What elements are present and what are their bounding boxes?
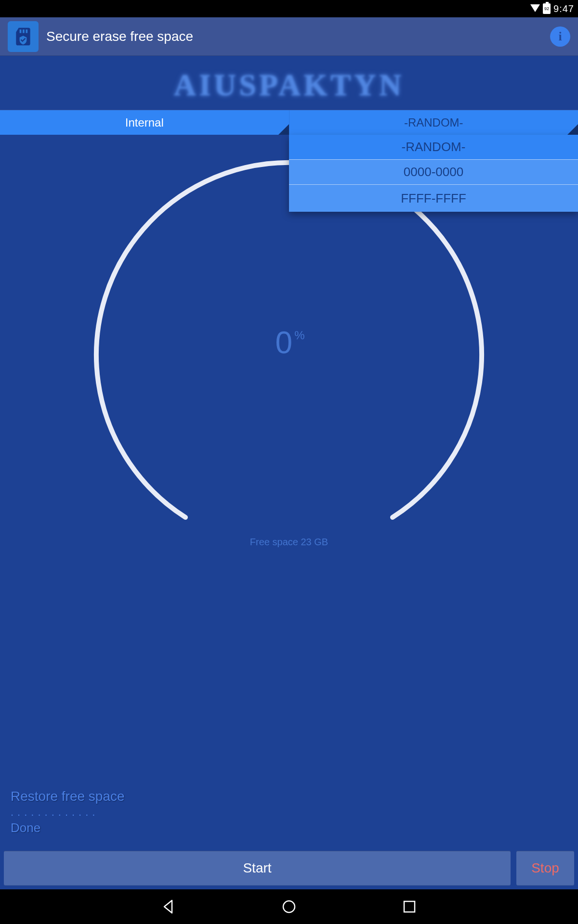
svg-point-3 [283,901,295,912]
home-button[interactable] [279,897,299,916]
storage-spinner[interactable]: Internal [0,110,289,135]
home-icon [281,898,297,915]
recent-icon [402,899,417,914]
wifi-icon [530,4,540,12]
svg-rect-4 [404,901,415,912]
storage-spinner-label: Internal [125,116,164,129]
pattern-spinner-label: -RANDOM- [404,116,463,129]
app-title: Secure erase free space [46,29,542,44]
button-row: Start Stop [4,851,574,886]
battery-level: 92 [544,4,550,13]
pattern-dropdown: -RANDOM- 0000-0000 FFFF-FFFF [289,135,578,212]
pattern-option-ffff[interactable]: FFFF-FFFF [289,185,578,212]
main-content: AIUSPAKTYN Internal -RANDOM- -RANDOM- 00… [0,56,578,889]
start-button[interactable]: Start [4,851,511,886]
info-button[interactable]: i [550,26,570,47]
free-space-label: Free space 23 GB [250,537,328,548]
svg-rect-1 [23,29,25,33]
progress-value: 0 [276,325,293,360]
battery-icon: 92 [543,3,551,14]
pattern-option-zeros[interactable]: 0000-0000 [289,160,578,185]
app-icon [8,21,39,52]
progress-percent: 0% [276,325,303,360]
svg-rect-2 [26,29,28,33]
recent-apps-button[interactable] [400,897,419,916]
clock: 9:47 [553,3,574,14]
chevron-down-icon [567,124,578,135]
svg-rect-0 [20,29,22,33]
app-bar: Secure erase free space i [0,17,578,56]
done-label: Done [11,821,125,835]
brand-logo: AIUSPAKTYN [0,56,578,110]
percent-symbol: % [294,329,304,342]
android-status-bar: 92 9:47 [0,0,578,17]
sd-card-icon [13,26,34,47]
brand-text: AIUSPAKTYN [174,68,404,102]
spinner-row: Internal -RANDOM- [0,110,578,135]
android-nav-bar [0,889,578,924]
back-button[interactable] [159,897,178,916]
stop-button[interactable]: Stop [516,851,574,886]
pattern-spinner[interactable]: -RANDOM- [289,110,578,135]
progress-dots: ............. [11,806,125,819]
pattern-option-random[interactable]: -RANDOM- [289,135,578,160]
restore-label: Restore free space [11,789,125,804]
status-block: Restore free space ............. Done [11,789,125,835]
back-icon [160,898,177,915]
chevron-down-icon [278,124,289,135]
